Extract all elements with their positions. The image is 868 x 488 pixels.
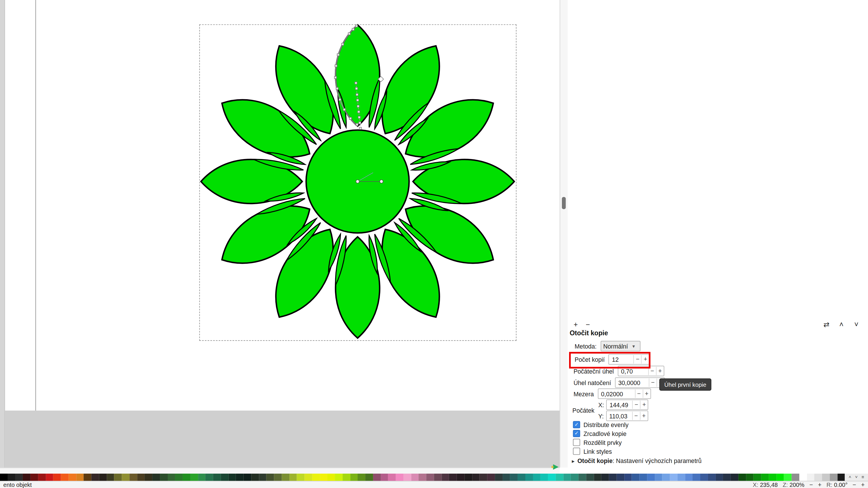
- palette-swatch[interactable]: [814, 474, 822, 481]
- palette-swatch[interactable]: [464, 474, 472, 481]
- checkbox-zrcadlove-kopie[interactable]: ✓ Zrcadlové kopie: [573, 430, 626, 437]
- palette-swatch[interactable]: [601, 474, 609, 481]
- palette-swatch[interactable]: [548, 474, 556, 481]
- palette-swatch[interactable]: [693, 474, 700, 481]
- vertical-scrollbar[interactable]: [560, 0, 568, 467]
- palette-swatch[interactable]: [84, 474, 91, 481]
- palette-swatch[interactable]: [38, 474, 45, 481]
- palette-swatch[interactable]: [228, 474, 236, 481]
- palette-swatch[interactable]: [654, 474, 662, 481]
- pocatek-y-spinbox[interactable]: 110,03 − +: [606, 411, 648, 421]
- remove-effect-button[interactable]: −: [583, 320, 593, 329]
- palette-swatch[interactable]: [31, 474, 38, 481]
- palette-swatch[interactable]: [0, 474, 7, 481]
- palette-swatch[interactable]: [670, 474, 677, 481]
- snap-toggle-icon[interactable]: [551, 463, 559, 471]
- palette-swatch[interactable]: [586, 474, 593, 481]
- palette-swatch[interactable]: [221, 474, 228, 481]
- palette-swatch[interactable]: [183, 474, 190, 481]
- palette-swatch[interactable]: [799, 474, 807, 481]
- palette-swatch[interactable]: [479, 474, 487, 481]
- palette-swatch[interactable]: [487, 474, 495, 481]
- palette-swatch[interactable]: [700, 474, 708, 481]
- palette-swatch[interactable]: [525, 474, 532, 481]
- decrement-button[interactable]: −: [632, 400, 640, 409]
- palette-swatch[interactable]: [556, 474, 563, 481]
- decrement-button[interactable]: −: [649, 379, 656, 387]
- palette-swatch[interactable]: [312, 474, 320, 481]
- palette-swatch[interactable]: [236, 474, 243, 481]
- palette-swatch[interactable]: [411, 474, 418, 481]
- rotation-decrement-button[interactable]: −: [852, 482, 856, 488]
- palette-swatch[interactable]: [297, 474, 304, 481]
- palette-swatch[interactable]: [206, 474, 213, 481]
- checkbox-box[interactable]: ✓: [573, 439, 580, 446]
- chevron-down-icon[interactable]: ˅: [851, 320, 861, 329]
- zoom-value[interactable]: 200%: [789, 481, 804, 488]
- palette-swatch[interactable]: [122, 474, 129, 481]
- rotation-value[interactable]: 0.00°: [834, 481, 847, 488]
- increment-button[interactable]: +: [643, 390, 650, 398]
- palette-swatch[interactable]: [518, 474, 525, 481]
- palette-swatch[interactable]: [167, 474, 175, 481]
- palette-swatch[interactable]: [145, 474, 152, 481]
- pocatek-x-input[interactable]: 144,49: [607, 401, 632, 408]
- palette-swatch[interactable]: [373, 474, 380, 481]
- palette-swatch[interactable]: [708, 474, 715, 481]
- palette-swatch[interactable]: [533, 474, 540, 481]
- palette-swatch[interactable]: [457, 474, 464, 481]
- palette-swatch[interactable]: [46, 474, 53, 481]
- palette-swatch[interactable]: [579, 474, 586, 481]
- palette-swatch[interactable]: [388, 474, 396, 481]
- palette-swatch[interactable]: [807, 474, 814, 481]
- palette-swatch[interactable]: [837, 474, 845, 481]
- mezera-input[interactable]: 0,02000: [598, 390, 635, 397]
- palette-swatch[interactable]: [624, 474, 631, 481]
- chevron-up-icon[interactable]: ˄: [836, 320, 846, 329]
- palette-swatch[interactable]: [540, 474, 548, 481]
- checkbox-link-styles[interactable]: ✓ Link styles: [573, 448, 612, 455]
- increment-button[interactable]: +: [656, 367, 664, 375]
- palette-swatch[interactable]: [137, 474, 145, 481]
- uhel-natoceni-input[interactable]: 30,0000: [615, 379, 649, 386]
- palette-swatch[interactable]: [365, 474, 373, 481]
- palette-menu-icon[interactable]: ≡: [861, 475, 864, 480]
- palette-swatch[interactable]: [594, 474, 601, 481]
- palette-swatch[interactable]: [160, 474, 167, 481]
- palette-swatch[interactable]: [403, 474, 411, 481]
- palette-swatch[interactable]: [792, 474, 799, 481]
- palette-swatch[interactable]: [723, 474, 731, 481]
- zoom-decrement-button[interactable]: −: [809, 482, 813, 488]
- palette-swatch[interactable]: [190, 474, 198, 481]
- palette-swatch[interactable]: [632, 474, 639, 481]
- metoda-dropdown[interactable]: Normální ▾: [600, 341, 641, 351]
- add-effect-button[interactable]: +: [571, 320, 581, 329]
- checkbox-rozdelit-prvky[interactable]: ✓ Rozdělit prvky: [573, 439, 621, 446]
- increment-button[interactable]: +: [640, 412, 647, 420]
- palette-swatch[interactable]: [639, 474, 647, 481]
- palette-swatch[interactable]: [822, 474, 830, 481]
- horizontal-scrollbar[interactable]: [0, 467, 560, 474]
- mezera-spinbox[interactable]: 0,02000 − +: [597, 389, 651, 399]
- palette-swatch[interactable]: [244, 474, 251, 481]
- palette-swatch[interactable]: [746, 474, 753, 481]
- palette-swatch[interactable]: [53, 474, 61, 481]
- palette-swatch[interactable]: [563, 474, 571, 481]
- palette-swatch[interactable]: [282, 474, 289, 481]
- uhel-natoceni-spinbox[interactable]: 30,0000 − +: [615, 377, 664, 388]
- palette-swatch[interactable]: [335, 474, 342, 481]
- palette-swatch[interactable]: [434, 474, 441, 481]
- checkbox-box[interactable]: ✓: [573, 448, 580, 455]
- palette-swatch[interactable]: [738, 474, 746, 481]
- palette-swatch[interactable]: [678, 474, 685, 481]
- palette-swatch[interactable]: [441, 474, 449, 481]
- palette-swatch[interactable]: [251, 474, 259, 481]
- palette-swatch[interactable]: [776, 474, 784, 481]
- palette-swatch[interactable]: [685, 474, 692, 481]
- palette-swatch[interactable]: [213, 474, 221, 481]
- palette-swatch[interactable]: [647, 474, 654, 481]
- rotation-increment-button[interactable]: +: [861, 482, 865, 488]
- palette-swatch[interactable]: [61, 474, 68, 481]
- palette-swatch[interactable]: [114, 474, 122, 481]
- palette-down-icon[interactable]: ˅: [855, 475, 858, 480]
